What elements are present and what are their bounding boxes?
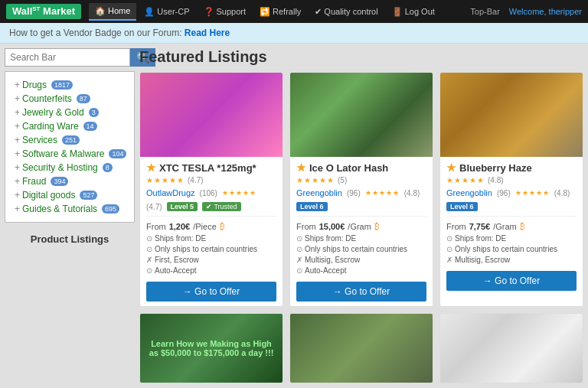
listing-image-1 <box>140 73 283 157</box>
cat-drugs[interactable]: + Drugs 1817 <box>15 78 128 92</box>
seller-name-1[interactable]: OutlawDrugz <box>146 188 195 197</box>
listing-title-1: ★ XTC TESLA *125mg* <box>146 161 276 174</box>
listing-title-2: ★ Ice O Lator Hash <box>296 161 426 174</box>
cat-services[interactable]: + Services 251 <box>15 133 128 147</box>
listing-image-5 <box>290 314 433 383</box>
ships-from-2: ⊙Ships from: DE <box>296 234 426 243</box>
topbar-label: Top-Bar <box>461 7 509 16</box>
listing-image-2 <box>290 73 433 157</box>
main-nav: 🏠 Home 👤 User-CP ❓ Support 🔁 Refrally ✔ … <box>89 3 461 21</box>
nav-home[interactable]: 🏠 Home <box>89 3 136 21</box>
sidebar: 🔍 + Drugs 1817 + Counterfeits 87 + Jewel… <box>5 48 135 383</box>
content-area: Featured Listings ★ XTC TESLA *125mg* ★★… <box>139 48 583 383</box>
featured-title: Featured Listings <box>139 48 583 66</box>
level-badge-1: Level 5 <box>167 202 198 211</box>
trusted-badge-1: ✔ Trusted <box>202 202 241 211</box>
welcome-message: Welcome, theripper <box>509 7 582 16</box>
cat-digital[interactable]: + Digital goods 527 <box>15 188 128 202</box>
main-layout: 🔍 + Drugs 1817 + Counterfeits 87 + Jewel… <box>0 44 588 388</box>
nav-quality[interactable]: ✔ Quality control <box>309 3 384 21</box>
rating-row-1: ★★★★★ (4.7) <box>146 176 276 184</box>
search-input[interactable] <box>5 48 130 67</box>
ships-to-3: ⊙Only ships to certain countries <box>446 245 577 253</box>
price-row-2: From 15,00€ /Gram ₿ <box>296 221 426 232</box>
listing-body-2: ★ Ice O Lator Hash ★★★★★ (5) Greengoblin… <box>290 157 433 306</box>
ships-to-2: ⊙Only ships to certain countries <box>296 245 426 253</box>
cat-guides[interactable]: + Guides & Tutorials 695 <box>15 202 128 216</box>
listing-body-3: ★ Blueberry Haze ★★★★★ (4.8) Greengoblin… <box>440 157 583 306</box>
listing-image-3 <box>440 73 583 157</box>
cat-carding[interactable]: + Carding Ware 14 <box>15 119 128 133</box>
cat-software[interactable]: + Software & Malware 104 <box>15 147 128 161</box>
listing-card-6 <box>439 313 583 383</box>
price-row-1: From 1,20€ /Piece ₿ <box>146 221 276 232</box>
seller-row-2: Greengoblin (96) ★★★★★ (4.8) Level 6 <box>296 188 426 211</box>
level-badge-2: Level 6 <box>296 202 328 211</box>
rating-row-2: ★★★★★ (5) <box>296 176 426 184</box>
username: theripper <box>549 7 582 16</box>
notice-link[interactable]: Read Here <box>185 28 230 38</box>
seller-name-2[interactable]: Greengoblin <box>296 188 342 197</box>
go-to-offer-1[interactable]: → Go to Offer <box>146 282 276 302</box>
nav-logout[interactable]: 🚪 Log Out <box>386 3 441 21</box>
escrow-1: ✗First, Escrow <box>146 256 276 264</box>
categories-list: + Drugs 1817 + Counterfeits 87 + Jewelry… <box>5 71 135 223</box>
escrow-2: ✗Multisig, Escrow <box>296 256 426 264</box>
listing-image-6 <box>440 314 583 383</box>
seller-row-1: OutlawDrugz (106) ★★★★★ (4.7) Level 5 ✔ … <box>146 188 276 211</box>
site-logo[interactable]: WallST Market <box>6 4 81 18</box>
cat-fraud[interactable]: + Fraud 394 <box>15 174 128 188</box>
featured-star-3: ★ <box>446 161 456 174</box>
ships-to-1: ⊙Only ships to certain countries <box>146 245 276 253</box>
featured-star-1: ★ <box>146 161 156 174</box>
seller-name-3[interactable]: Greengoblin <box>446 188 492 197</box>
seller-row-3: Greengoblin (96) ★★★★★ (4.8) Level 6 <box>446 188 577 211</box>
btc-icon-3: ₿ <box>520 221 525 232</box>
nav-refrally[interactable]: 🔁 Refrally <box>253 3 307 21</box>
nav-user-cp[interactable]: 👤 User-CP <box>138 3 195 21</box>
cat-security[interactable]: + Security & Hosting 8 <box>15 161 128 174</box>
featured-star-2: ★ <box>296 161 306 174</box>
listing-card-5 <box>289 313 433 383</box>
listing-card-1: ★ XTC TESLA *125mg* ★★★★★ (4.7) OutlawDr… <box>139 72 283 307</box>
listings-grid: ★ XTC TESLA *125mg* ★★★★★ (4.7) OutlawDr… <box>139 72 583 383</box>
btc-icon-1: ₿ <box>220 221 225 232</box>
search-box: 🔍 <box>5 48 135 67</box>
auto-accept-2: ⊙Auto-Accept <box>296 266 426 275</box>
listing-image-4: Learn How we Making as High as $50,000 t… <box>140 314 283 383</box>
go-to-offer-3[interactable]: → Go to Offer <box>446 271 577 291</box>
nav-support[interactable]: ❓ Support <box>198 3 253 21</box>
listing-card-3: ★ Blueberry Haze ★★★★★ (4.8) Greengoblin… <box>439 72 583 307</box>
logo-text2: Market <box>40 6 75 18</box>
cat-counterfeits[interactable]: + Counterfeits 87 <box>15 92 128 106</box>
price-row-3: From 7,75€ /Gram ₿ <box>446 221 577 232</box>
rating-row-3: ★★★★★ (4.8) <box>446 176 577 184</box>
ships-from-1: ⊙Ships from: DE <box>146 234 276 243</box>
product-listings-label: Product Listings <box>5 229 135 249</box>
level-badge-3: Level 6 <box>446 202 478 211</box>
escrow-3: ✗Multisig, Escrow <box>446 256 577 264</box>
top-bar: WallST Market 🏠 Home 👤 User-CP ❓ Support… <box>0 0 588 23</box>
ships-from-3: ⊙Ships from: DE <box>446 234 577 243</box>
go-to-offer-2[interactable]: → Go to Offer <box>296 282 426 302</box>
listing-card-2: ★ Ice O Lator Hash ★★★★★ (5) Greengoblin… <box>289 72 433 307</box>
logo-sup: ST <box>32 5 40 12</box>
listing-card-4: Learn How we Making as High as $50,000 t… <box>139 313 283 383</box>
listing-title-3: ★ Blueberry Haze <box>446 161 577 174</box>
notice-bar: How to get a Vendor Badge on our Forum: … <box>0 23 588 44</box>
logo-text: Wall <box>12 6 32 18</box>
cat-jewelry[interactable]: + Jewelry & Gold 3 <box>15 106 128 119</box>
auto-accept-1: ⊙Auto-Accept <box>146 266 276 275</box>
btc-icon-2: ₿ <box>374 221 380 232</box>
listing-body-1: ★ XTC TESLA *125mg* ★★★★★ (4.7) OutlawDr… <box>140 157 283 306</box>
